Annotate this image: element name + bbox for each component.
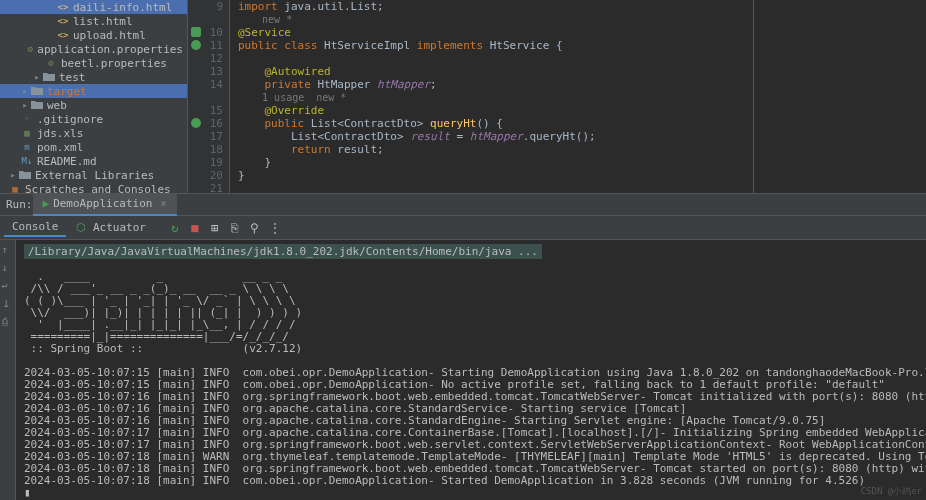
console-output[interactable]: /Library/Java/JavaVirtualMachines/jdk1.8… (16, 240, 926, 500)
editor-code[interactable]: import java.util.List; new *@Servicepubl… (230, 0, 926, 193)
run-toolwindow-header[interactable]: Run: ▶ DemoApplication × (0, 194, 926, 216)
code-line[interactable]: new * (230, 13, 926, 26)
folder-icon (30, 98, 44, 112)
tree-item[interactable]: ▸External Libraries (0, 168, 187, 182)
code-line[interactable]: @Autowired (230, 65, 926, 78)
print-icon[interactable]: ⎙ (2, 316, 14, 328)
actuator-icon: ⬡ (76, 221, 86, 234)
search-icon[interactable]: ⚲ (246, 219, 264, 237)
tree-item-label: upload.html (73, 29, 146, 42)
run-toolbar: Console ⬡ Actuator ↻ ■ ⊞ ⎘ ⚲ ⋮ (0, 216, 926, 240)
file-icon: ⚙ (44, 56, 58, 70)
project-tree[interactable]: <>daili-info.html<>list.html<>upload.htm… (0, 0, 188, 193)
file-icon: ▦ (20, 126, 34, 140)
tree-item-label: README.md (37, 155, 97, 168)
gutter-icon[interactable] (191, 27, 201, 37)
tree-item[interactable]: ▸web (0, 98, 187, 112)
wrap-icon[interactable]: ↩ (2, 280, 14, 292)
tree-item[interactable]: ▦Scratches and Consoles (0, 182, 187, 193)
code-line[interactable]: import java.util.List; (230, 0, 926, 13)
run-config-tab[interactable]: ▶ DemoApplication × (33, 194, 177, 216)
tree-item-label: External Libraries (35, 169, 154, 182)
tree-item-label: list.html (73, 15, 133, 28)
tree-item[interactable]: <>upload.html (0, 28, 187, 42)
tree-item[interactable]: mpom.xml (0, 140, 187, 154)
rerun-icon[interactable]: ↻ (166, 219, 184, 237)
tree-item[interactable]: <>list.html (0, 14, 187, 28)
folder-icon (18, 168, 32, 182)
file-icon: <> (56, 0, 70, 14)
code-line[interactable] (230, 182, 926, 195)
tree-item-label: jds.xls (37, 127, 83, 140)
code-line[interactable] (230, 52, 926, 65)
console-tab[interactable]: Console (4, 218, 66, 237)
more-icon[interactable]: ⋮ (266, 219, 284, 237)
folder-icon (42, 70, 56, 84)
editor-gutter: 9101112131415161718192021 (188, 0, 230, 193)
down-icon[interactable]: ↓ (2, 262, 14, 274)
code-line[interactable]: @Service (230, 26, 926, 39)
code-line[interactable]: return result; (230, 143, 926, 156)
tree-item[interactable]: ▸target (0, 84, 187, 98)
tree-item-label: daili-info.html (73, 1, 172, 14)
close-icon[interactable]: × (160, 198, 166, 209)
tree-item-label: test (59, 71, 86, 84)
tree-item[interactable]: ⚙beetl.properties (0, 56, 187, 70)
tree-item-label: Scratches and Consoles (25, 183, 171, 194)
code-line[interactable]: private HtMapper htMapper; (230, 78, 926, 91)
code-line[interactable]: } (230, 156, 926, 169)
chevron-icon[interactable]: ▸ (20, 86, 30, 96)
chevron-icon[interactable]: ▸ (8, 170, 18, 180)
tree-item[interactable]: ▸test (0, 70, 187, 84)
tree-item[interactable]: M↓README.md (0, 154, 187, 168)
tree-item[interactable]: ◦.gitignore (0, 112, 187, 126)
code-editor[interactable]: 9101112131415161718192021 import java.ut… (188, 0, 926, 193)
code-line[interactable]: } (230, 169, 926, 182)
file-icon: M↓ (20, 154, 34, 168)
gutter-icon[interactable] (191, 40, 201, 50)
filter-icon[interactable]: ⎘ (226, 219, 244, 237)
tree-item[interactable]: ▦jds.xls (0, 126, 187, 140)
file-icon: ▦ (8, 182, 22, 193)
layout-icon[interactable]: ⊞ (206, 219, 224, 237)
editor-right-margin (753, 0, 754, 193)
tree-item-label: .gitignore (37, 113, 103, 126)
file-icon: <> (56, 28, 70, 42)
tree-item[interactable]: ⚙application.properties (0, 42, 187, 56)
tree-item-label: target (47, 85, 87, 98)
tree-item-label: pom.xml (37, 141, 83, 154)
watermark: CSDN @小鸡er (861, 485, 922, 498)
code-line[interactable]: @Override (230, 104, 926, 117)
file-icon: <> (56, 14, 70, 28)
tree-item-label: web (47, 99, 67, 112)
chevron-icon[interactable]: ▸ (32, 72, 42, 82)
up-icon[interactable]: ↑ (2, 244, 14, 256)
run-title: Run: (6, 198, 33, 211)
scroll-icon[interactable]: ⤓ (2, 298, 14, 310)
tree-item[interactable]: <>daili-info.html (0, 0, 187, 14)
tree-item-label: beetl.properties (61, 57, 167, 70)
stop-icon[interactable]: ■ (186, 219, 204, 237)
file-icon: m (20, 140, 34, 154)
chevron-icon[interactable]: ▸ (20, 100, 30, 110)
code-line[interactable]: List<ContractDto> result = htMapper.quer… (230, 130, 926, 143)
run-icon: ▶ (43, 197, 50, 210)
code-line[interactable]: public List<ContractDto> queryHt() { (230, 117, 926, 130)
code-line[interactable]: public class HtServiceImpl implements Ht… (230, 39, 926, 52)
console-side-toolbar: ↑ ↓ ↩ ⤓ ⎙ (0, 240, 16, 500)
tree-item-label: application.properties (37, 43, 183, 56)
run-config-name: DemoApplication (53, 197, 152, 210)
actuator-tab[interactable]: ⬡ Actuator (68, 219, 154, 236)
file-icon: ◦ (20, 112, 34, 126)
file-icon: ⚙ (26, 42, 34, 56)
folder-icon (30, 84, 44, 98)
code-line[interactable]: 1 usage new * (230, 91, 926, 104)
gutter-icon[interactable] (191, 118, 201, 128)
console: ↑ ↓ ↩ ⤓ ⎙ /Library/Java/JavaVirtualMachi… (0, 240, 926, 500)
